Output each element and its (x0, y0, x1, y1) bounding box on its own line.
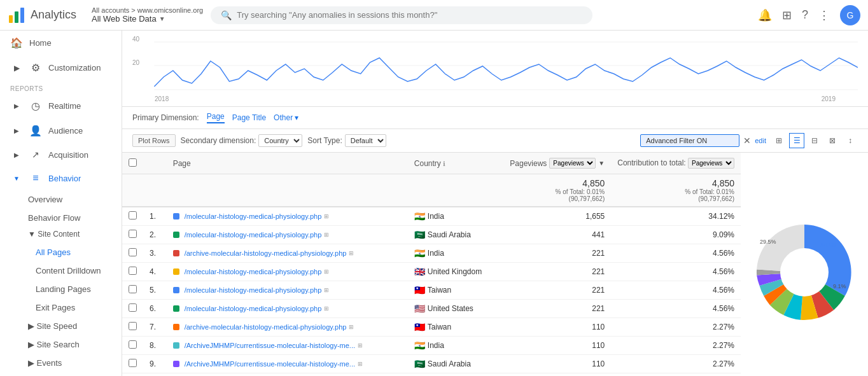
row-page: /molecular-histology-medical-physiology.… (167, 281, 408, 300)
table-wrapper: Page Country ℹ Pageviews Pageviews ▼ (122, 153, 741, 376)
dim-option-page-title[interactable]: Page Title (232, 113, 266, 122)
search-input[interactable] (237, 10, 582, 20)
more-icon[interactable]: ⋮ (818, 8, 830, 22)
row-num: 4. (143, 263, 167, 281)
sidebar-item-landing-pages[interactable]: Landing Pages (36, 280, 122, 298)
sidebar-item-overview[interactable]: Overview (28, 190, 122, 209)
row-checkbox[interactable] (122, 226, 143, 244)
row-pct: 9.09% (611, 226, 741, 244)
row-checkbox[interactable] (122, 373, 143, 377)
filter-box: ✕ edit (640, 134, 766, 147)
th-pageviews[interactable]: Pageviews Pageviews ▼ (503, 153, 611, 174)
search-bar[interactable]: 🔍 (211, 6, 592, 24)
breadcrumb: All accounts > www.omicsonline.org (92, 6, 203, 14)
contribution-select[interactable]: Pageviews (688, 158, 734, 169)
row-pageviews: 221 (503, 263, 611, 281)
view-pivot-icon[interactable]: ⊠ (825, 133, 840, 148)
row-checkbox[interactable] (122, 337, 143, 355)
row-country: 🇮🇳India (408, 207, 504, 226)
row-page: /contact-molecular-histology-medical-phy… (167, 373, 408, 377)
sidebar-item-exit-pages[interactable]: Exit Pages (36, 298, 122, 317)
pageviews-header-select[interactable]: Pageviews (549, 158, 596, 169)
row-checkbox[interactable] (122, 263, 143, 281)
row-country: 🇹🇼Taiwan (408, 281, 504, 300)
property-selector[interactable]: All Web Site Data ▼ (92, 14, 203, 24)
chart-x-label-2019: 2019 (822, 95, 836, 102)
view-lifetime-icon[interactable]: ↕ (843, 133, 858, 148)
table-row: 3. /archive-molecular-histology-medical-… (122, 244, 741, 263)
sidebar-item-customization[interactable]: ▶ ⚙ Customization (0, 55, 122, 80)
row-pct: 4.56% (611, 281, 741, 300)
sidebar-item-site-content[interactable]: ▼ Site Content (28, 227, 122, 243)
sidebar-item-all-pages[interactable]: All Pages (36, 243, 122, 261)
sidebar-label-home: Home (29, 38, 111, 48)
row-pct: 2.27% (611, 373, 741, 377)
apps-icon[interactable]: ⊞ (782, 8, 792, 22)
row-page: /molecular-histology-medical-physiology.… (167, 263, 408, 281)
pageviews-header-label: Pageviews (510, 159, 547, 168)
chart-container: 40 20 2018 2019 (122, 31, 868, 107)
table-row: 7. /archive-molecular-histology-medical-… (122, 318, 741, 337)
filter-edit-link[interactable]: edit (755, 137, 766, 144)
sidebar-item-content-drilldown[interactable]: Content Drilldown (36, 261, 122, 280)
plot-rows-button[interactable]: Plot Rows (132, 134, 176, 147)
row-checkbox[interactable] (122, 300, 143, 318)
select-all-checkbox[interactable] (129, 158, 137, 167)
sort-type-area: Sort Type: Default (307, 134, 386, 147)
avatar[interactable]: G (840, 5, 860, 25)
summary-page (167, 174, 408, 207)
dim-option-page[interactable]: Page (207, 112, 225, 123)
chart-y-label-40: 40 (132, 36, 139, 43)
secondary-dim-area: Secondary dimension: Country (181, 134, 303, 147)
row-page: /molecular-histology-medical-physiology.… (167, 226, 408, 244)
row-checkbox[interactable] (122, 318, 143, 337)
dim-option-other[interactable]: Other ▾ (274, 113, 298, 122)
view-comparison-icon[interactable]: ⊟ (807, 133, 822, 148)
row-checkbox[interactable] (122, 355, 143, 373)
sidebar-item-home[interactable]: 🏠 Home (0, 31, 122, 55)
notification-icon[interactable]: 🔔 (758, 8, 772, 22)
svg-rect-1 (15, 11, 18, 23)
realtime-expand-icon: ▶ (10, 102, 23, 109)
behavior-submenu: Overview Behavior Flow ▼ Site Content Al… (0, 190, 122, 372)
sidebar-item-behavior[interactable]: ▼ ≡ Behavior (0, 166, 122, 190)
sort-type-label: Sort Type: (307, 136, 342, 145)
th-page[interactable]: Page (167, 153, 408, 174)
behavior-icon: ≡ (29, 172, 42, 184)
summary-pageviews-cell: 4,850 % of Total: 0.01% (90,797,662) (503, 174, 611, 207)
view-data-icon[interactable]: ⊞ (771, 133, 787, 148)
account-info: All accounts > www.omicsonline.org All W… (92, 6, 203, 24)
filter-clear-icon[interactable]: ✕ (743, 136, 751, 146)
sidebar-item-site-search[interactable]: ▶ Site Search (28, 335, 122, 354)
sidebar-item-realtime[interactable]: ▶ ◷ Realtime (0, 94, 122, 118)
secondary-dim-select[interactable]: Country (258, 134, 302, 147)
row-pct: 2.27% (611, 337, 741, 355)
row-pct: 4.56% (611, 263, 741, 281)
customization-icon: ▶ (10, 64, 23, 73)
sidebar-item-site-speed[interactable]: ▶ Site Speed (28, 317, 122, 335)
sidebar-item-acquisition[interactable]: ▶ ↗ Acquisition (0, 143, 122, 166)
view-table-icon[interactable]: ☰ (789, 133, 804, 148)
row-page: /ArchiveJMHMP/currentissue-molecular-his… (167, 337, 408, 355)
summary-contrib-base: (90,797,662) (617, 195, 734, 202)
realtime-icon: ◷ (29, 100, 42, 112)
row-checkbox[interactable] (122, 207, 143, 226)
content-area: 40 20 2018 2019 (122, 31, 868, 376)
sidebar-item-attribution[interactable]: ◎ Attribution BETA (0, 372, 122, 376)
row-page: /ArchiveJMHMP/currentissue-molecular-his… (167, 355, 408, 373)
row-pageviews: 1,655 (503, 207, 611, 226)
table-row: 9. /ArchiveJMHMP/currentissue-molecular-… (122, 355, 741, 373)
th-country[interactable]: Country ℹ (408, 153, 504, 174)
row-pct: 2.27% (611, 355, 741, 373)
row-checkbox[interactable] (122, 244, 143, 263)
pie-chart-area: 34.1% 9.1% 29.5% (741, 153, 868, 376)
sort-type-select[interactable]: Default (345, 134, 386, 147)
sidebar-item-behavior-flow[interactable]: Behavior Flow (28, 209, 122, 227)
summary-contrib-pct: % of Total: 0.01% (617, 188, 734, 195)
filter-input[interactable] (640, 134, 739, 147)
audience-icon: 👤 (29, 125, 42, 137)
sidebar-item-events[interactable]: ▶ Events (28, 354, 122, 372)
help-icon[interactable]: ? (802, 8, 808, 22)
sidebar-item-audience[interactable]: ▶ 👤 Audience (0, 118, 122, 143)
row-checkbox[interactable] (122, 281, 143, 300)
